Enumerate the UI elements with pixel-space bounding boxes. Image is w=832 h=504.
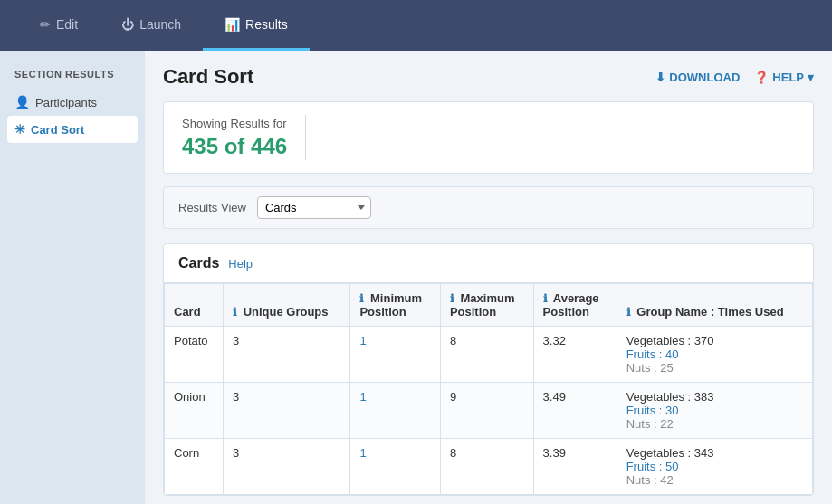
td-avg-position: 3.49	[533, 383, 617, 439]
group-entry: Vegetables : 383	[626, 390, 803, 404]
info-divider	[305, 115, 306, 160]
th-avg-position: ℹ AveragePosition	[533, 284, 617, 327]
th-max-position: ℹ MaximumPosition	[440, 284, 533, 327]
td-group-name: Vegetables : 383Fruits : 30Nuts : 22	[617, 383, 812, 439]
top-navigation: ✏ Edit ⏻ Launch 📊 Results	[0, 0, 832, 51]
nav-results[interactable]: 📊 Results	[203, 0, 310, 51]
download-label: DOWNLOAD	[669, 71, 740, 84]
nav-launch[interactable]: ⏻ Launch	[100, 0, 203, 51]
group-entry: Fruits : 40	[626, 347, 803, 361]
showing-results-count: 435 of 446	[182, 134, 287, 159]
td-max-position: 8	[440, 439, 533, 495]
cards-table: Card ℹ Unique Groups ℹ MinimumPosition	[164, 283, 813, 495]
showing-results-wrapper: Showing Results for 435 of 446	[182, 117, 287, 159]
unique-groups-info-icon: ℹ	[233, 306, 237, 319]
td-avg-position: 3.39	[533, 439, 617, 495]
nav-launch-label: Launch	[139, 17, 181, 32]
download-icon: ⬇	[655, 71, 665, 84]
help-button[interactable]: ❓ HELP ▾	[754, 71, 814, 84]
td-card: Corn	[165, 439, 224, 495]
launch-icon: ⏻	[121, 17, 134, 32]
showing-results-label: Showing Results for	[182, 117, 287, 130]
help-circle-icon: ❓	[754, 71, 769, 84]
sidebar-card-sort-label: Card Sort	[31, 123, 84, 137]
main-layout: SECTION RESULTS 👤 Participants ✳ Card So…	[0, 51, 832, 504]
group-entry: Nuts : 42	[626, 473, 803, 487]
th-group-name: ℹ Group Name : Times Used	[617, 284, 812, 327]
avg-position-info-icon: ℹ	[543, 292, 548, 305]
td-card: Onion	[165, 383, 224, 439]
group-entry: Fruits : 50	[626, 460, 803, 473]
nav-edit[interactable]: ✏ Edit	[18, 0, 100, 51]
table-body: Potato 3 1 8 3.32 Vegetables : 370Fruits…	[165, 327, 813, 495]
cards-section: Cards Help Card ℹ Unique Groups	[163, 243, 814, 496]
table-header-row: Card ℹ Unique Groups ℹ MinimumPosition	[165, 284, 813, 327]
download-button[interactable]: ⬇ DOWNLOAD	[655, 71, 740, 84]
nav-results-label: Results	[245, 17, 288, 32]
edit-icon: ✏	[40, 17, 51, 32]
content-header: Card Sort ⬇ DOWNLOAD ❓ HELP ▾	[163, 65, 814, 89]
td-min-position: 1	[350, 383, 441, 439]
table-row: Corn 3 1 8 3.39 Vegetables : 343Fruits :…	[165, 439, 813, 495]
td-min-position: 1	[350, 327, 441, 383]
chevron-down-icon: ▾	[808, 71, 814, 84]
table-wrapper: Card ℹ Unique Groups ℹ MinimumPosition	[164, 283, 813, 495]
card-sort-icon: ✳	[14, 122, 25, 137]
cards-help-link[interactable]: Help	[228, 257, 253, 271]
results-view-select[interactable]: Cards Categories Similarity Matrix	[257, 196, 371, 219]
info-box: Showing Results for 435 of 446	[163, 101, 814, 174]
group-entry: Nuts : 25	[626, 361, 803, 375]
participants-icon: 👤	[14, 95, 30, 109]
td-max-position: 9	[440, 383, 533, 439]
min-position-info-icon: ℹ	[359, 292, 364, 305]
page-title: Card Sort	[163, 65, 253, 89]
td-group-name: Vegetables : 370Fruits : 40Nuts : 25	[617, 327, 812, 383]
th-card: Card	[165, 284, 224, 327]
td-min-position: 1	[350, 439, 441, 495]
max-position-info-icon: ℹ	[450, 292, 454, 305]
sidebar: SECTION RESULTS 👤 Participants ✳ Card So…	[0, 51, 145, 504]
td-unique-groups: 3	[224, 327, 350, 383]
table-row: Onion 3 1 9 3.49 Vegetables : 383Fruits …	[165, 383, 813, 439]
sidebar-item-card-sort[interactable]: ✳ Card Sort	[7, 116, 138, 143]
help-label: HELP	[772, 71, 804, 84]
results-view-label: Results View	[178, 201, 246, 214]
td-unique-groups: 3	[224, 439, 350, 495]
group-entry: Vegetables : 370	[626, 334, 803, 347]
td-max-position: 8	[440, 327, 533, 383]
td-group-name: Vegetables : 343Fruits : 50Nuts : 42	[617, 439, 812, 495]
td-unique-groups: 3	[224, 383, 350, 439]
nav-edit-label: Edit	[56, 17, 78, 32]
sidebar-item-participants[interactable]: 👤 Participants	[7, 89, 138, 116]
table-row: Potato 3 1 8 3.32 Vegetables : 370Fruits…	[165, 327, 813, 383]
cards-section-header: Cards Help	[164, 244, 813, 283]
results-view-box: Results View Cards Categories Similarity…	[163, 186, 814, 229]
group-entry: Fruits : 30	[626, 404, 803, 417]
sidebar-participants-label: Participants	[35, 96, 97, 109]
header-actions: ⬇ DOWNLOAD ❓ HELP ▾	[655, 71, 814, 84]
group-name-info-icon: ℹ	[626, 306, 631, 319]
td-avg-position: 3.32	[533, 327, 617, 383]
results-icon: 📊	[225, 17, 240, 32]
th-unique-groups: ℹ Unique Groups	[224, 284, 350, 327]
sidebar-section-title: SECTION RESULTS	[7, 65, 138, 89]
th-min-position: ℹ MinimumPosition	[350, 284, 441, 327]
cards-section-title: Cards	[178, 255, 219, 271]
td-card: Potato	[165, 327, 224, 383]
group-entry: Vegetables : 343	[626, 446, 803, 460]
main-content: Card Sort ⬇ DOWNLOAD ❓ HELP ▾ Showing Re…	[145, 51, 832, 504]
group-entry: Nuts : 22	[626, 417, 803, 431]
